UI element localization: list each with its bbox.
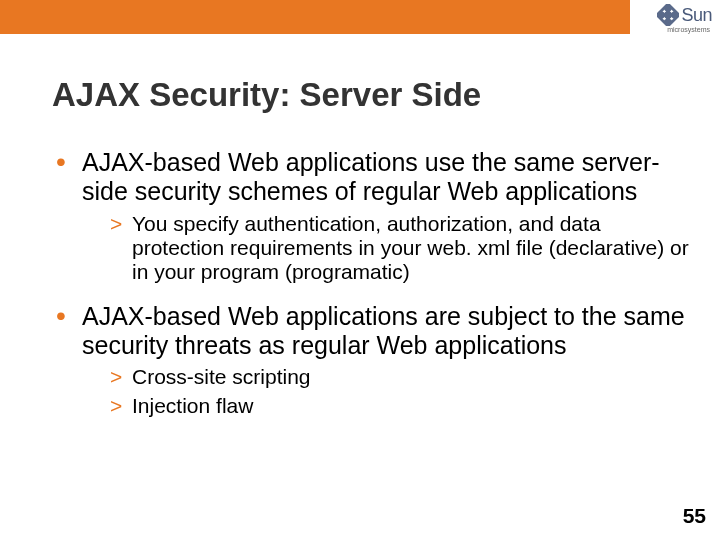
- sub-bullet-item: Cross-site scripting: [82, 365, 690, 389]
- sub-bullet-item: You specify authentication, authorizatio…: [82, 212, 690, 284]
- sub-bullet-item: Injection flaw: [82, 394, 690, 418]
- sub-bullet-text: Injection flaw: [132, 394, 690, 418]
- sun-icon: [657, 4, 679, 26]
- sub-bullet-list: You specify authentication, authorizatio…: [82, 212, 690, 284]
- bullet-text: AJAX-based Web applications are subject …: [82, 302, 690, 360]
- sub-bullet-list: Cross-site scripting Injection flaw: [82, 365, 690, 417]
- sun-logo-sublabel: microsystems: [667, 26, 710, 33]
- bullet-list: AJAX-based Web applications use the same…: [52, 148, 690, 418]
- sub-bullet-text: Cross-site scripting: [132, 365, 690, 389]
- sub-bullet-text: You specify authentication, authorizatio…: [132, 212, 690, 284]
- header-accent-bar: [0, 0, 630, 34]
- svg-rect-0: [657, 4, 679, 26]
- sun-logo-text: Sun: [681, 5, 712, 26]
- slide-content: AJAX Security: Server Side AJAX-based We…: [52, 76, 690, 436]
- page-number: 55: [683, 504, 706, 528]
- sun-logo: Sun: [657, 4, 712, 26]
- slide-title: AJAX Security: Server Side: [52, 76, 690, 114]
- bullet-item: AJAX-based Web applications are subject …: [52, 302, 690, 418]
- bullet-text: AJAX-based Web applications use the same…: [82, 148, 690, 206]
- bullet-item: AJAX-based Web applications use the same…: [52, 148, 690, 284]
